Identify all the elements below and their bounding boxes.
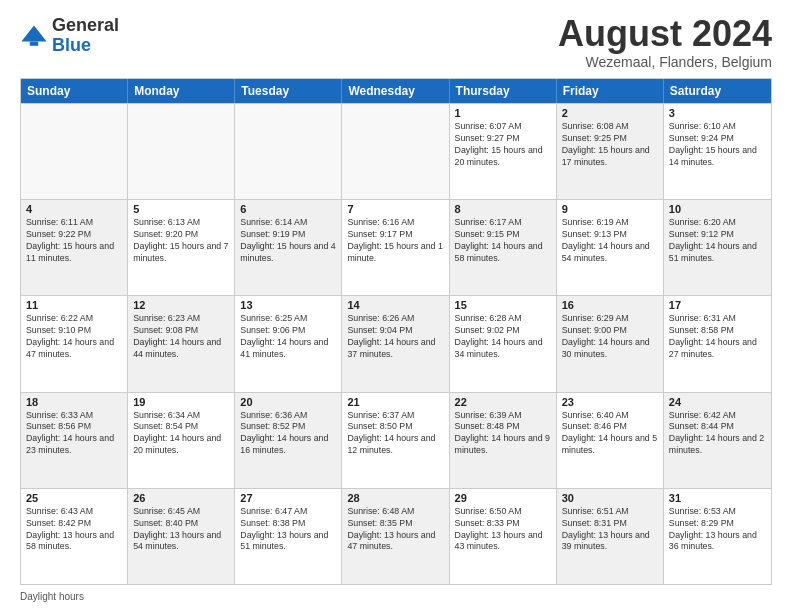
day-number: 24 <box>669 396 766 408</box>
footer: Daylight hours <box>20 591 772 602</box>
day-info: Sunrise: 6:50 AM Sunset: 8:33 PM Dayligh… <box>455 506 551 554</box>
calendar-cell: 25Sunrise: 6:43 AM Sunset: 8:42 PM Dayli… <box>21 489 128 584</box>
day-number: 8 <box>455 203 551 215</box>
day-number: 11 <box>26 299 122 311</box>
day-info: Sunrise: 6:11 AM Sunset: 9:22 PM Dayligh… <box>26 217 122 265</box>
day-number: 30 <box>562 492 658 504</box>
day-info: Sunrise: 6:45 AM Sunset: 8:40 PM Dayligh… <box>133 506 229 554</box>
calendar-header-cell: Monday <box>128 79 235 103</box>
calendar-cell: 1Sunrise: 6:07 AM Sunset: 9:27 PM Daylig… <box>450 104 557 199</box>
calendar-cell <box>235 104 342 199</box>
day-number: 7 <box>347 203 443 215</box>
calendar-cell: 4Sunrise: 6:11 AM Sunset: 9:22 PM Daylig… <box>21 200 128 295</box>
calendar-header: SundayMondayTuesdayWednesdayThursdayFrid… <box>21 79 771 103</box>
day-info: Sunrise: 6:10 AM Sunset: 9:24 PM Dayligh… <box>669 121 766 169</box>
day-number: 31 <box>669 492 766 504</box>
day-number: 3 <box>669 107 766 119</box>
logo-general: General <box>52 16 119 36</box>
day-number: 23 <box>562 396 658 408</box>
calendar-cell: 11Sunrise: 6:22 AM Sunset: 9:10 PM Dayli… <box>21 296 128 391</box>
calendar: SundayMondayTuesdayWednesdayThursdayFrid… <box>20 78 772 585</box>
calendar-cell: 2Sunrise: 6:08 AM Sunset: 9:25 PM Daylig… <box>557 104 664 199</box>
day-info: Sunrise: 6:20 AM Sunset: 9:12 PM Dayligh… <box>669 217 766 265</box>
day-info: Sunrise: 6:36 AM Sunset: 8:52 PM Dayligh… <box>240 410 336 458</box>
calendar-header-cell: Tuesday <box>235 79 342 103</box>
svg-marker-0 <box>21 25 46 41</box>
calendar-row: 25Sunrise: 6:43 AM Sunset: 8:42 PM Dayli… <box>21 488 771 584</box>
calendar-cell: 18Sunrise: 6:33 AM Sunset: 8:56 PM Dayli… <box>21 393 128 488</box>
day-info: Sunrise: 6:07 AM Sunset: 9:27 PM Dayligh… <box>455 121 551 169</box>
day-info: Sunrise: 6:42 AM Sunset: 8:44 PM Dayligh… <box>669 410 766 458</box>
calendar-cell: 7Sunrise: 6:16 AM Sunset: 9:17 PM Daylig… <box>342 200 449 295</box>
calendar-cell <box>128 104 235 199</box>
calendar-cell: 10Sunrise: 6:20 AM Sunset: 9:12 PM Dayli… <box>664 200 771 295</box>
calendar-cell: 5Sunrise: 6:13 AM Sunset: 9:20 PM Daylig… <box>128 200 235 295</box>
calendar-cell: 15Sunrise: 6:28 AM Sunset: 9:02 PM Dayli… <box>450 296 557 391</box>
day-info: Sunrise: 6:29 AM Sunset: 9:00 PM Dayligh… <box>562 313 658 361</box>
calendar-cell: 17Sunrise: 6:31 AM Sunset: 8:58 PM Dayli… <box>664 296 771 391</box>
day-info: Sunrise: 6:23 AM Sunset: 9:08 PM Dayligh… <box>133 313 229 361</box>
day-info: Sunrise: 6:14 AM Sunset: 9:19 PM Dayligh… <box>240 217 336 265</box>
calendar-cell: 30Sunrise: 6:51 AM Sunset: 8:31 PM Dayli… <box>557 489 664 584</box>
calendar-cell: 29Sunrise: 6:50 AM Sunset: 8:33 PM Dayli… <box>450 489 557 584</box>
day-info: Sunrise: 6:28 AM Sunset: 9:02 PM Dayligh… <box>455 313 551 361</box>
calendar-row: 4Sunrise: 6:11 AM Sunset: 9:22 PM Daylig… <box>21 199 771 295</box>
day-number: 16 <box>562 299 658 311</box>
day-info: Sunrise: 6:51 AM Sunset: 8:31 PM Dayligh… <box>562 506 658 554</box>
calendar-cell: 28Sunrise: 6:48 AM Sunset: 8:35 PM Dayli… <box>342 489 449 584</box>
calendar-cell: 16Sunrise: 6:29 AM Sunset: 9:00 PM Dayli… <box>557 296 664 391</box>
calendar-cell: 19Sunrise: 6:34 AM Sunset: 8:54 PM Dayli… <box>128 393 235 488</box>
calendar-cell: 22Sunrise: 6:39 AM Sunset: 8:48 PM Dayli… <box>450 393 557 488</box>
day-info: Sunrise: 6:13 AM Sunset: 9:20 PM Dayligh… <box>133 217 229 265</box>
day-info: Sunrise: 6:40 AM Sunset: 8:46 PM Dayligh… <box>562 410 658 458</box>
day-info: Sunrise: 6:26 AM Sunset: 9:04 PM Dayligh… <box>347 313 443 361</box>
day-number: 14 <box>347 299 443 311</box>
day-number: 17 <box>669 299 766 311</box>
day-number: 9 <box>562 203 658 215</box>
day-info: Sunrise: 6:33 AM Sunset: 8:56 PM Dayligh… <box>26 410 122 458</box>
day-number: 5 <box>133 203 229 215</box>
calendar-cell: 3Sunrise: 6:10 AM Sunset: 9:24 PM Daylig… <box>664 104 771 199</box>
day-number: 21 <box>347 396 443 408</box>
day-number: 22 <box>455 396 551 408</box>
day-info: Sunrise: 6:37 AM Sunset: 8:50 PM Dayligh… <box>347 410 443 458</box>
calendar-cell <box>342 104 449 199</box>
day-info: Sunrise: 6:48 AM Sunset: 8:35 PM Dayligh… <box>347 506 443 554</box>
calendar-header-cell: Wednesday <box>342 79 449 103</box>
day-info: Sunrise: 6:31 AM Sunset: 8:58 PM Dayligh… <box>669 313 766 361</box>
day-info: Sunrise: 6:47 AM Sunset: 8:38 PM Dayligh… <box>240 506 336 554</box>
day-number: 1 <box>455 107 551 119</box>
page: General Blue August 2024 Wezemaal, Fland… <box>0 0 792 612</box>
calendar-cell: 24Sunrise: 6:42 AM Sunset: 8:44 PM Dayli… <box>664 393 771 488</box>
calendar-cell: 23Sunrise: 6:40 AM Sunset: 8:46 PM Dayli… <box>557 393 664 488</box>
day-number: 15 <box>455 299 551 311</box>
calendar-header-cell: Sunday <box>21 79 128 103</box>
day-info: Sunrise: 6:34 AM Sunset: 8:54 PM Dayligh… <box>133 410 229 458</box>
calendar-cell: 21Sunrise: 6:37 AM Sunset: 8:50 PM Dayli… <box>342 393 449 488</box>
header: General Blue August 2024 Wezemaal, Fland… <box>20 16 772 70</box>
logo-text: General Blue <box>52 16 119 56</box>
day-info: Sunrise: 6:39 AM Sunset: 8:48 PM Dayligh… <box>455 410 551 458</box>
day-info: Sunrise: 6:16 AM Sunset: 9:17 PM Dayligh… <box>347 217 443 265</box>
calendar-header-cell: Saturday <box>664 79 771 103</box>
calendar-cell <box>21 104 128 199</box>
calendar-cell: 8Sunrise: 6:17 AM Sunset: 9:15 PM Daylig… <box>450 200 557 295</box>
day-info: Sunrise: 6:19 AM Sunset: 9:13 PM Dayligh… <box>562 217 658 265</box>
month-title: August 2024 <box>558 16 772 52</box>
calendar-cell: 20Sunrise: 6:36 AM Sunset: 8:52 PM Dayli… <box>235 393 342 488</box>
calendar-header-cell: Thursday <box>450 79 557 103</box>
day-info: Sunrise: 6:08 AM Sunset: 9:25 PM Dayligh… <box>562 121 658 169</box>
day-number: 10 <box>669 203 766 215</box>
day-number: 13 <box>240 299 336 311</box>
calendar-cell: 12Sunrise: 6:23 AM Sunset: 9:08 PM Dayli… <box>128 296 235 391</box>
day-number: 19 <box>133 396 229 408</box>
logo: General Blue <box>20 16 119 56</box>
calendar-cell: 27Sunrise: 6:47 AM Sunset: 8:38 PM Dayli… <box>235 489 342 584</box>
day-number: 27 <box>240 492 336 504</box>
day-info: Sunrise: 6:53 AM Sunset: 8:29 PM Dayligh… <box>669 506 766 554</box>
day-number: 25 <box>26 492 122 504</box>
calendar-cell: 9Sunrise: 6:19 AM Sunset: 9:13 PM Daylig… <box>557 200 664 295</box>
logo-blue: Blue <box>52 36 119 56</box>
day-number: 4 <box>26 203 122 215</box>
day-info: Sunrise: 6:17 AM Sunset: 9:15 PM Dayligh… <box>455 217 551 265</box>
